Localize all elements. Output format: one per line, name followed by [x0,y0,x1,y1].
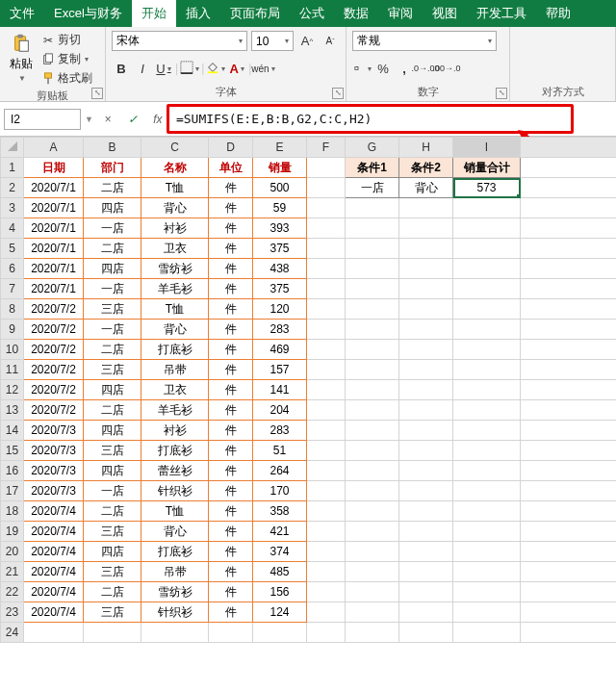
border-button[interactable]: ▾ [180,59,199,78]
row-header[interactable]: 10 [1,340,24,360]
cell[interactable] [453,421,521,441]
cell[interactable] [399,400,453,421]
cell[interactable]: 背心 [399,178,453,198]
col-header-E[interactable]: E [253,138,307,158]
col-header-C[interactable]: C [141,138,209,158]
cell[interactable] [521,441,617,461]
cell[interactable] [521,522,617,542]
cell[interactable] [346,259,399,279]
cell[interactable] [307,623,346,643]
cell[interactable] [346,441,399,461]
cell[interactable]: 条件1 [346,158,399,178]
cell[interactable] [399,481,453,501]
cell[interactable]: 2020/7/4 [24,602,84,623]
cell[interactable] [307,340,346,360]
copy-button[interactable]: 复制▾ [40,50,92,68]
cell[interactable] [453,441,521,461]
cell[interactable] [307,178,346,198]
row-header[interactable]: 18 [1,501,24,522]
cell[interactable]: 件 [209,542,253,562]
cell[interactable]: 件 [209,501,253,522]
menu-insert[interactable]: 插入 [176,0,220,27]
cell[interactable]: 羊毛衫 [141,279,209,299]
cell[interactable]: 件 [209,360,253,380]
cell[interactable] [453,198,521,218]
cell[interactable]: T恤 [141,178,209,198]
menu-view[interactable]: 视图 [423,0,467,27]
cell[interactable]: 2020/7/4 [24,542,84,562]
cell[interactable] [521,400,617,421]
cell[interactable]: 三店 [84,360,141,380]
cell[interactable]: 一店 [84,218,141,239]
row-header[interactable]: 19 [1,522,24,542]
cell[interactable] [453,299,521,320]
cell[interactable]: 2020/7/1 [24,178,84,198]
cell[interactable] [521,360,617,380]
menu-review[interactable]: 审阅 [378,0,423,27]
cell[interactable]: 393 [253,218,307,239]
cell[interactable] [346,360,399,380]
cell[interactable] [307,461,346,481]
cell[interactable] [521,623,617,643]
cell[interactable] [209,623,253,643]
menu-data[interactable]: 数据 [334,0,378,27]
cell[interactable] [346,461,399,481]
confirm-formula-button[interactable]: ✓ [122,109,143,130]
cell[interactable]: 一店 [84,279,141,299]
paste-button[interactable]: 粘贴 ▼ [6,31,37,85]
cell[interactable]: 件 [209,582,253,602]
cell[interactable]: 三店 [84,299,141,320]
cell[interactable] [453,522,521,542]
cell[interactable]: 三店 [84,441,141,461]
cell[interactable]: 日期 [24,158,84,178]
cell[interactable] [399,542,453,562]
select-all-corner[interactable] [1,138,24,158]
row-header[interactable]: 6 [1,259,24,279]
cell[interactable]: 件 [209,522,253,542]
cell[interactable]: 件 [209,562,253,582]
cell[interactable] [399,421,453,441]
cell[interactable]: T恤 [141,299,209,320]
cell[interactable] [346,623,399,643]
row-header[interactable]: 9 [1,320,24,340]
cell[interactable]: 264 [253,461,307,481]
clipboard-launcher[interactable]: ⤡ [91,88,103,99]
formula-input[interactable]: =SUMIFS(E:E,B:B,G2,C:C,H2) [172,109,612,129]
cell[interactable] [84,623,141,643]
cell[interactable] [307,441,346,461]
cell[interactable] [307,279,346,299]
col-header-H[interactable]: H [399,138,453,158]
cell[interactable]: 打底衫 [141,340,209,360]
cell[interactable] [521,501,617,522]
col-header-F[interactable]: F [307,138,346,158]
row-header[interactable]: 21 [1,562,24,582]
number-format-select[interactable]: 常规▾ [352,31,497,51]
cut-button[interactable]: ✂ 剪切 [40,31,92,49]
cell[interactable] [307,239,346,259]
cell[interactable] [453,461,521,481]
cell[interactable]: 四店 [84,461,141,481]
cell[interactable] [399,239,453,259]
cell[interactable] [399,522,453,542]
cell[interactable]: 2020/7/4 [24,522,84,542]
cell[interactable] [307,602,346,623]
cell[interactable] [399,380,453,400]
cell[interactable]: 件 [209,441,253,461]
cell[interactable] [521,320,617,340]
col-header-I[interactable]: I [453,138,521,158]
cell[interactable]: 件 [209,421,253,441]
cell[interactable]: 421 [253,522,307,542]
cell[interactable] [521,602,617,623]
phonetic-button[interactable]: wén▾ [253,59,272,78]
row-header[interactable]: 17 [1,481,24,501]
cell[interactable]: 2020/7/2 [24,299,84,320]
cell[interactable] [253,623,307,643]
cell[interactable] [453,380,521,400]
col-header-B[interactable]: B [84,138,141,158]
cell[interactable]: 358 [253,501,307,522]
cell[interactable] [399,562,453,582]
bold-button[interactable]: B [112,59,131,78]
cell[interactable]: 四店 [84,421,141,441]
cell[interactable] [399,501,453,522]
row-header[interactable]: 20 [1,542,24,562]
